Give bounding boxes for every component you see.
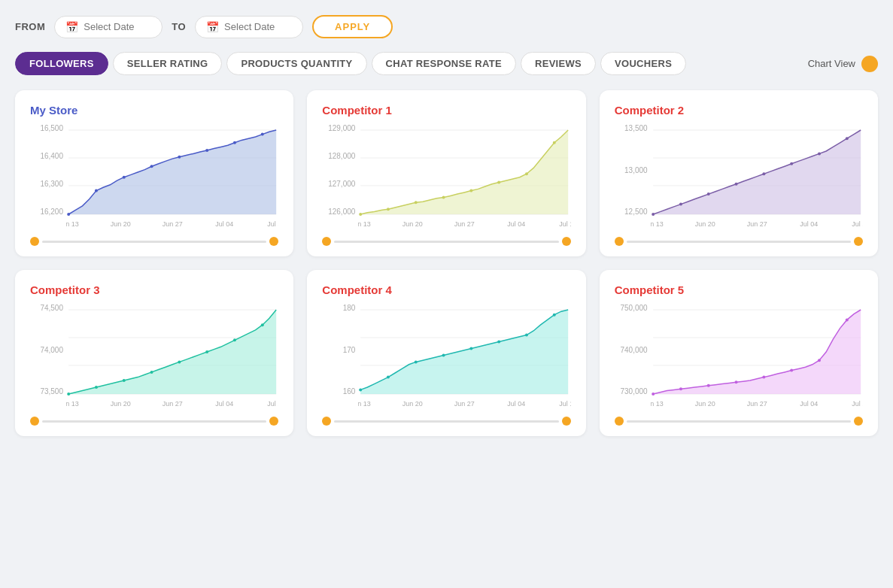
slider-track[interactable] bbox=[42, 420, 266, 423]
svg-text:Jun 20: Jun 20 bbox=[111, 220, 131, 228]
tab-products-quantity[interactable]: PRODUCTS QUANTITY bbox=[226, 52, 366, 75]
svg-point-22 bbox=[387, 208, 390, 211]
svg-text:Jul 04: Jul 04 bbox=[215, 220, 233, 228]
to-date-input[interactable] bbox=[224, 21, 292, 32]
slider-dot-left[interactable] bbox=[615, 237, 624, 246]
svg-point-91 bbox=[706, 384, 709, 387]
slider-competitor4[interactable] bbox=[322, 417, 570, 426]
svg-point-72 bbox=[359, 388, 362, 391]
chart-title-competitor2: Competitor 2 bbox=[615, 104, 863, 117]
svg-text:Jul 04: Jul 04 bbox=[800, 220, 818, 228]
svg-text:Jul 11: Jul 11 bbox=[852, 400, 863, 408]
chart-title-competitor1: Competitor 1 bbox=[322, 104, 570, 117]
slider-dot-right[interactable] bbox=[562, 417, 571, 426]
svg-text:Jun 20: Jun 20 bbox=[694, 400, 715, 408]
svg-point-61 bbox=[233, 338, 236, 341]
svg-text:Jun 13: Jun 13 bbox=[66, 400, 79, 408]
svg-point-58 bbox=[150, 371, 153, 374]
chart-view-label: Chart View bbox=[808, 58, 855, 69]
chart-title-competitor5: Competitor 5 bbox=[615, 283, 863, 296]
svg-text:Jun 13: Jun 13 bbox=[66, 220, 79, 228]
svg-point-96 bbox=[845, 318, 848, 321]
slider-dot-left[interactable] bbox=[615, 417, 624, 426]
slider-competitor1[interactable] bbox=[322, 237, 570, 246]
svg-text:Jun 27: Jun 27 bbox=[163, 220, 183, 228]
svg-point-76 bbox=[470, 347, 473, 350]
svg-point-24 bbox=[442, 196, 445, 199]
svg-point-94 bbox=[790, 369, 793, 372]
tab-chat-response-rate[interactable]: CHAT RESPONSE RATE bbox=[372, 52, 516, 75]
svg-point-89 bbox=[652, 393, 655, 396]
svg-text:Jun 13: Jun 13 bbox=[651, 220, 664, 228]
svg-point-56 bbox=[95, 386, 98, 389]
slider-track[interactable] bbox=[42, 241, 266, 243]
svg-text:Jul 11: Jul 11 bbox=[267, 400, 278, 408]
to-date-wrapper[interactable]: 📅 bbox=[195, 16, 303, 38]
slider-dot-left[interactable] bbox=[322, 237, 331, 246]
svg-point-26 bbox=[497, 180, 500, 183]
tab-reviews[interactable]: REVIEWS bbox=[521, 52, 596, 75]
tab-seller-rating[interactable]: SELLER RATING bbox=[113, 52, 223, 75]
from-label: FROM bbox=[15, 21, 45, 32]
svg-point-6 bbox=[123, 176, 126, 179]
svg-point-21 bbox=[359, 213, 362, 216]
svg-text:Jun 13: Jun 13 bbox=[358, 220, 371, 228]
svg-text:Jun 27: Jun 27 bbox=[454, 400, 475, 408]
slider-track[interactable] bbox=[334, 420, 558, 423]
svg-point-5 bbox=[95, 189, 98, 192]
svg-point-57 bbox=[123, 379, 126, 382]
slider-track[interactable] bbox=[627, 241, 851, 243]
svg-text:Jun 27: Jun 27 bbox=[454, 220, 475, 228]
svg-point-8 bbox=[178, 156, 181, 159]
svg-point-77 bbox=[497, 341, 500, 344]
chart-card-competitor2: Competitor 213,50013,00012,500 Jun 13Jun… bbox=[600, 90, 878, 256]
slider-competitor3[interactable] bbox=[30, 417, 278, 426]
slider-my_store[interactable] bbox=[30, 237, 278, 246]
chart-card-competitor1: Competitor 1129,000128,000127,000126,000… bbox=[307, 90, 585, 256]
slider-dot-right[interactable] bbox=[269, 417, 278, 426]
svg-point-93 bbox=[762, 376, 765, 379]
slider-competitor5[interactable] bbox=[615, 417, 863, 426]
svg-text:Jul 11: Jul 11 bbox=[559, 220, 570, 228]
svg-point-28 bbox=[553, 141, 556, 144]
svg-point-59 bbox=[178, 360, 181, 363]
svg-point-73 bbox=[387, 376, 390, 379]
slider-track[interactable] bbox=[627, 420, 851, 423]
svg-point-42 bbox=[762, 172, 765, 175]
to-label: TO bbox=[172, 21, 186, 32]
svg-point-43 bbox=[790, 162, 793, 165]
svg-point-10 bbox=[233, 141, 236, 144]
svg-point-40 bbox=[706, 192, 709, 195]
tab-followers[interactable]: FOLLOWERS bbox=[15, 52, 108, 75]
slider-track[interactable] bbox=[334, 241, 558, 243]
chart-view-dot[interactable] bbox=[861, 56, 878, 72]
slider-dot-left[interactable] bbox=[30, 417, 39, 426]
tab-vouchers[interactable]: VOUCHERS bbox=[600, 52, 686, 75]
filter-bar: FROM 📅 TO 📅 APPLY bbox=[15, 15, 878, 38]
from-date-wrapper[interactable]: 📅 bbox=[54, 16, 163, 38]
svg-point-38 bbox=[652, 213, 655, 216]
slider-dot-right[interactable] bbox=[562, 237, 571, 246]
svg-point-25 bbox=[470, 189, 473, 192]
svg-text:Jul 04: Jul 04 bbox=[800, 400, 818, 408]
slider-dot-left[interactable] bbox=[322, 417, 331, 426]
svg-point-11 bbox=[261, 133, 264, 136]
svg-text:Jun 20: Jun 20 bbox=[402, 400, 423, 408]
svg-text:Jul 04: Jul 04 bbox=[507, 400, 525, 408]
apply-button[interactable]: APPLY bbox=[312, 15, 393, 38]
svg-text:Jul 04: Jul 04 bbox=[507, 220, 525, 228]
slider-dot-right[interactable] bbox=[269, 237, 278, 246]
slider-dot-right[interactable] bbox=[854, 417, 863, 426]
tab-bar: FOLLOWERS SELLER RATING PRODUCTS QUANTIT… bbox=[15, 52, 878, 75]
svg-point-27 bbox=[525, 172, 528, 175]
svg-point-75 bbox=[442, 354, 445, 357]
slider-dot-right[interactable] bbox=[854, 237, 863, 246]
slider-dot-left[interactable] bbox=[30, 237, 39, 246]
slider-competitor2[interactable] bbox=[615, 237, 863, 246]
chart-title-competitor3: Competitor 3 bbox=[30, 283, 278, 296]
svg-text:Jun 20: Jun 20 bbox=[111, 400, 131, 408]
svg-text:Jun 27: Jun 27 bbox=[746, 220, 767, 228]
svg-text:Jul 11: Jul 11 bbox=[852, 220, 863, 228]
svg-point-41 bbox=[734, 183, 737, 186]
from-date-input[interactable] bbox=[84, 21, 151, 32]
